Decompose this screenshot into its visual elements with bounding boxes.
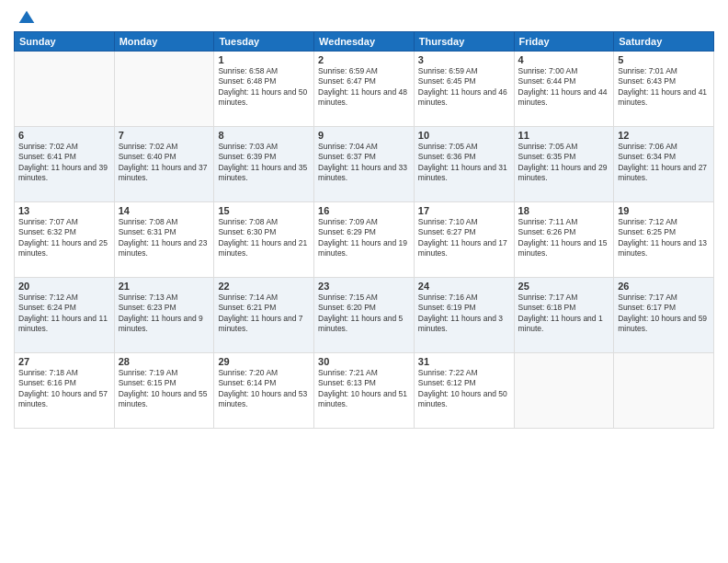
- day-info-line: Sunrise: 7:03 AM: [218, 142, 278, 151]
- day-info-line: Sunrise: 7:08 AM: [218, 217, 278, 226]
- day-info-line: Daylight: 10 hours and 50 minutes.: [418, 389, 507, 408]
- day-info-line: Sunset: 6:21 PM: [218, 303, 276, 312]
- day-info-line: Daylight: 11 hours and 11 minutes.: [18, 314, 108, 333]
- day-info-line: Sunset: 6:17 PM: [618, 303, 676, 312]
- day-info-line: Daylight: 11 hours and 21 minutes.: [218, 238, 307, 258]
- day-info: Sunrise: 7:15 AMSunset: 6:20 PMDaylight:…: [318, 293, 410, 335]
- table-row: 8Sunrise: 7:03 AMSunset: 6:39 PMDaylight…: [214, 127, 314, 202]
- day-info-line: Sunset: 6:26 PM: [518, 227, 576, 236]
- day-info-line: Sunset: 6:14 PM: [218, 378, 276, 387]
- day-number: 17: [418, 205, 510, 216]
- day-info: Sunrise: 7:08 AMSunset: 6:31 PMDaylight:…: [119, 217, 210, 259]
- day-info-line: Daylight: 11 hours and 37 minutes.: [119, 163, 208, 182]
- day-number: 21: [119, 281, 210, 292]
- day-number: 4: [518, 54, 610, 65]
- table-row: 14Sunrise: 7:08 AMSunset: 6:31 PMDayligh…: [114, 202, 214, 278]
- day-info-line: Sunrise: 7:15 AM: [318, 293, 378, 302]
- day-number: 10: [418, 130, 510, 141]
- table-row: 4Sunrise: 7:00 AMSunset: 6:44 PMDaylight…: [514, 52, 614, 127]
- calendar-page: Sunday Monday Tuesday Wednesday Thursday…: [0, 0, 728, 563]
- weekday-header-row: Sunday Monday Tuesday Wednesday Thursday…: [15, 32, 714, 52]
- day-number: 12: [618, 130, 710, 141]
- day-info-line: Daylight: 11 hours and 48 minutes.: [318, 87, 407, 107]
- day-number: 15: [218, 205, 310, 216]
- day-info-line: Sunset: 6:40 PM: [119, 152, 176, 161]
- day-info-line: Daylight: 10 hours and 53 minutes.: [218, 389, 307, 408]
- day-info: Sunrise: 7:22 AMSunset: 6:12 PMDaylight:…: [418, 368, 510, 410]
- day-info-line: Sunset: 6:24 PM: [18, 303, 76, 312]
- logo: [14, 9, 36, 24]
- table-row: 25Sunrise: 7:17 AMSunset: 6:18 PMDayligh…: [514, 278, 614, 353]
- table-row: 3Sunrise: 6:59 AMSunset: 6:45 PMDaylight…: [414, 52, 514, 127]
- day-info-line: Daylight: 11 hours and 3 minutes.: [418, 314, 503, 333]
- day-info: Sunrise: 6:58 AMSunset: 6:48 PMDaylight:…: [218, 66, 310, 109]
- day-info: Sunrise: 7:04 AMSunset: 6:37 PMDaylight:…: [318, 142, 410, 184]
- day-info-line: Sunrise: 7:10 AM: [418, 217, 478, 226]
- day-info: Sunrise: 7:01 AMSunset: 6:43 PMDaylight:…: [618, 66, 710, 109]
- header: [14, 9, 714, 24]
- day-info: Sunrise: 7:11 AMSunset: 6:26 PMDaylight:…: [518, 217, 610, 259]
- day-info-line: Sunset: 6:39 PM: [218, 152, 276, 161]
- day-info-line: Sunset: 6:25 PM: [618, 227, 676, 236]
- day-number: 8: [218, 130, 310, 141]
- calendar-week-row: 27Sunrise: 7:18 AMSunset: 6:16 PMDayligh…: [15, 353, 714, 429]
- header-wednesday: Wednesday: [314, 32, 415, 52]
- day-info-line: Daylight: 11 hours and 35 minutes.: [218, 163, 307, 182]
- table-row: 12Sunrise: 7:06 AMSunset: 6:34 PMDayligh…: [614, 127, 714, 202]
- day-info-line: Daylight: 10 hours and 55 minutes.: [119, 389, 208, 408]
- day-info-line: Daylight: 11 hours and 5 minutes.: [318, 314, 403, 333]
- day-number: 30: [318, 356, 410, 367]
- table-row: 11Sunrise: 7:05 AMSunset: 6:35 PMDayligh…: [514, 127, 614, 202]
- day-info-line: Sunrise: 7:05 AM: [418, 142, 478, 151]
- day-info-line: Daylight: 11 hours and 23 minutes.: [119, 238, 208, 258]
- table-row: 21Sunrise: 7:13 AMSunset: 6:23 PMDayligh…: [114, 278, 214, 353]
- day-info-line: Sunrise: 7:02 AM: [18, 142, 78, 151]
- day-info-line: Sunset: 6:20 PM: [318, 303, 376, 312]
- day-info-line: Daylight: 10 hours and 59 minutes.: [618, 314, 707, 333]
- day-info-line: Daylight: 10 hours and 51 minutes.: [318, 389, 407, 408]
- day-info-line: Sunset: 6:29 PM: [318, 227, 376, 236]
- calendar-week-row: 20Sunrise: 7:12 AMSunset: 6:24 PMDayligh…: [15, 278, 714, 353]
- day-number: 29: [218, 356, 310, 367]
- calendar-table: Sunday Monday Tuesday Wednesday Thursday…: [14, 31, 714, 429]
- header-tuesday: Tuesday: [214, 32, 314, 52]
- table-row: 5Sunrise: 7:01 AMSunset: 6:43 PMDaylight…: [614, 52, 714, 127]
- day-number: 9: [318, 130, 410, 141]
- day-info-line: Daylight: 11 hours and 41 minutes.: [618, 87, 707, 107]
- day-info: Sunrise: 7:06 AMSunset: 6:34 PMDaylight:…: [618, 142, 710, 184]
- day-info-line: Daylight: 11 hours and 50 minutes.: [218, 87, 307, 107]
- day-info-line: Daylight: 11 hours and 46 minutes.: [418, 87, 507, 107]
- table-row: 26Sunrise: 7:17 AMSunset: 6:17 PMDayligh…: [614, 278, 714, 353]
- day-number: 7: [119, 130, 210, 141]
- day-info-line: Sunrise: 7:11 AM: [518, 217, 578, 226]
- table-row: 19Sunrise: 7:12 AMSunset: 6:25 PMDayligh…: [614, 202, 714, 278]
- day-info-line: Sunset: 6:45 PM: [418, 76, 476, 86]
- day-number: 23: [318, 281, 410, 292]
- header-saturday: Saturday: [614, 32, 714, 52]
- day-number: 26: [618, 281, 710, 292]
- day-info-line: Sunset: 6:19 PM: [418, 303, 476, 312]
- day-info-line: Sunset: 6:44 PM: [518, 76, 576, 86]
- table-row: [114, 52, 214, 127]
- svg-marker-0: [19, 11, 35, 23]
- day-info-line: Sunrise: 7:12 AM: [618, 217, 677, 226]
- table-row: 18Sunrise: 7:11 AMSunset: 6:26 PMDayligh…: [514, 202, 614, 278]
- table-row: 6Sunrise: 7:02 AMSunset: 6:41 PMDaylight…: [15, 127, 115, 202]
- day-info-line: Sunset: 6:15 PM: [119, 378, 176, 387]
- day-info-line: Sunset: 6:43 PM: [618, 76, 676, 86]
- table-row: 1Sunrise: 6:58 AMSunset: 6:48 PMDaylight…: [214, 52, 314, 127]
- day-info-line: Sunset: 6:12 PM: [418, 378, 476, 387]
- table-row: 31Sunrise: 7:22 AMSunset: 6:12 PMDayligh…: [414, 353, 514, 429]
- day-info-line: Sunset: 6:16 PM: [18, 378, 76, 387]
- calendar-week-row: 6Sunrise: 7:02 AMSunset: 6:41 PMDaylight…: [15, 127, 714, 202]
- day-info-line: Sunrise: 7:06 AM: [618, 142, 677, 151]
- table-row: 22Sunrise: 7:14 AMSunset: 6:21 PMDayligh…: [214, 278, 314, 353]
- table-row: 17Sunrise: 7:10 AMSunset: 6:27 PMDayligh…: [414, 202, 514, 278]
- day-info-line: Sunrise: 7:09 AM: [318, 217, 378, 226]
- day-info-line: Sunrise: 7:17 AM: [518, 293, 578, 302]
- day-info-line: Sunrise: 7:04 AM: [318, 142, 378, 151]
- day-info-line: Sunrise: 7:08 AM: [119, 217, 178, 226]
- day-info-line: Sunset: 6:13 PM: [318, 378, 376, 387]
- table-row: [15, 52, 115, 127]
- header-friday: Friday: [514, 32, 614, 52]
